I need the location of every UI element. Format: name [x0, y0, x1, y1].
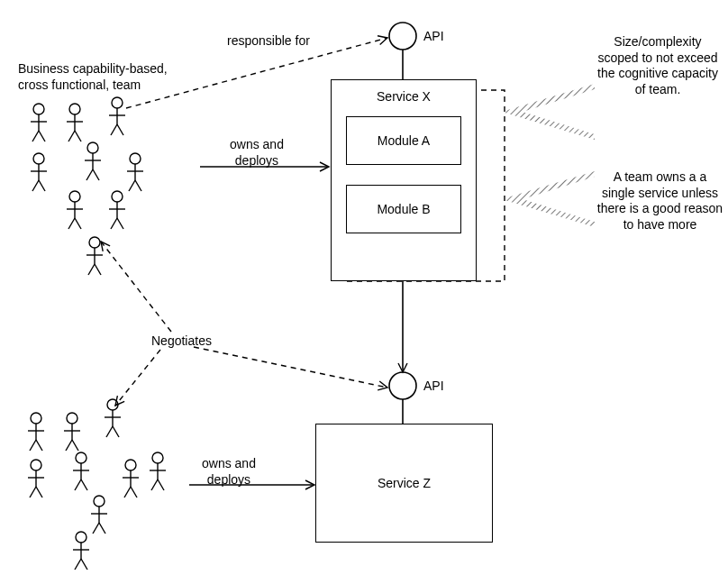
service-z-label: Service Z	[378, 476, 431, 490]
team-1	[31, 97, 143, 275]
annotation-arrow-2	[505, 171, 595, 227]
module-b-box: Module B	[346, 185, 461, 233]
label-owns-deploys-1: owns and deploys	[230, 137, 284, 169]
label-api-1: API	[423, 29, 444, 45]
team-caption: Business capability-based, cross functio…	[18, 61, 198, 93]
service-x-title: Service X	[332, 89, 476, 104]
diagram-stage: Business capability-based, cross functio…	[0, 0, 728, 575]
label-cognitive: Size/complexity scoped to not exceed the…	[590, 34, 725, 97]
api-circle-2	[389, 372, 416, 399]
api-circle-1	[389, 23, 416, 50]
label-owns-deploys-2: owns and deploys	[202, 456, 256, 488]
arrow-negotiates-down	[115, 350, 160, 406]
label-single-service: A team owns a a single service unless th…	[590, 169, 728, 233]
module-b-label: Module B	[377, 202, 430, 216]
service-z-box: Service Z	[315, 424, 493, 543]
label-api-2: API	[423, 379, 444, 395]
module-a-label: Module A	[378, 133, 430, 148]
service-x-box: Service X Module A Module B	[331, 79, 477, 281]
label-negotiates: Negotiates	[151, 333, 212, 350]
label-responsible-for: responsible for	[227, 33, 310, 50]
annotation-arrow-1	[505, 84, 595, 140]
team-2	[28, 399, 166, 570]
arrow-negotiates-right	[194, 347, 387, 388]
arrow-negotiates-up	[101, 242, 171, 332]
module-a-box: Module A	[346, 116, 461, 165]
